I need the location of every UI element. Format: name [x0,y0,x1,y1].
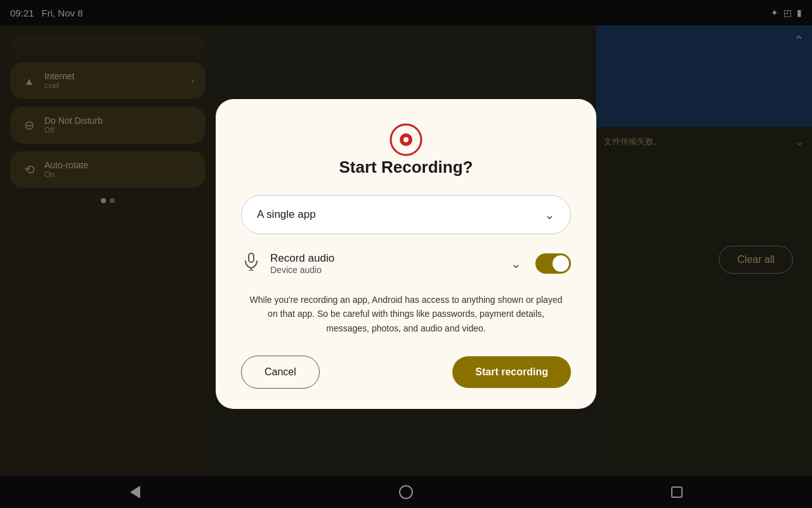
audio-content: Record audio Device audio [270,252,502,275]
warning-text: While you're recording an app, Android h… [241,293,571,335]
audio-dropdown-arrow-icon[interactable]: ⌄ [511,256,521,271]
audio-subtitle: Device audio [270,265,502,275]
dialog-buttons-row: Cancel Start recording [241,356,571,389]
recording-icon [388,122,424,157]
audio-row: Record audio Device audio ⌄ [241,250,571,277]
dropdown-chevron-icon: ⌄ [544,207,555,222]
start-recording-button[interactable]: Start recording [452,356,571,388]
svg-point-2 [403,137,409,142]
dropdown-selected-text: A single app [257,208,316,221]
cancel-button[interactable]: Cancel [241,356,320,389]
dialog-title: Start Recording? [339,157,473,177]
audio-toggle[interactable] [535,253,571,274]
app-selector-dropdown[interactable]: A single app ⌄ [241,195,571,234]
audio-title: Record audio [270,252,502,265]
toggle-knob [553,255,569,272]
modal-overlay: Start Recording? A single app ⌄ Record a… [0,0,812,508]
microphone-icon [241,253,261,274]
recording-dialog: Start Recording? A single app ⌄ Record a… [216,99,596,409]
svg-rect-3 [249,253,254,262]
app-selector-container: A single app ⌄ [241,195,571,234]
